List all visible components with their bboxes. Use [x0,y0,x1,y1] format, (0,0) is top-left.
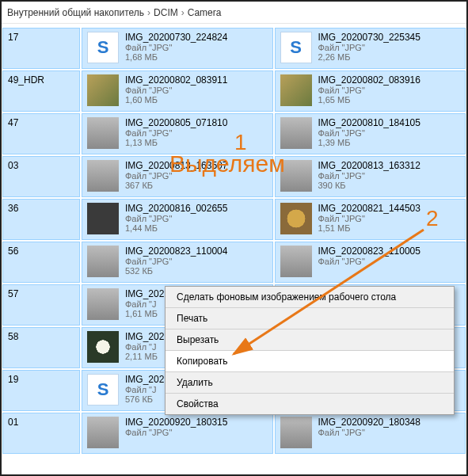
ctx-copy[interactable]: Копировать [166,351,454,372]
file-item[interactable]: IMG_20200920_180348Файл "JPG" [275,413,466,454]
file-size: 1,39 МБ [318,138,420,147]
file-size: 1,13 МБ [125,138,227,147]
file-item[interactable]: 03 [2,156,80,197]
file-type: Файл "JPG" [318,257,420,266]
breadcrumb-segment[interactable]: Внутренний общий накопитель [7,7,144,18]
file-icon [87,374,119,406]
file-name: IMG_202 [125,374,164,385]
thumbnail-icon [280,203,312,234]
file-type: Файл "JPG" [318,428,420,437]
file-item[interactable]: IMG_20200810_184105Файл "JPG"1,39 МБ [275,113,466,154]
file-item[interactable]: IMG_20200802_083916Файл "JPG"1,65 МБ [275,70,466,112]
file-size: 1,68 МБ [125,52,227,62]
file-item[interactable]: IMG_20200821_144503Файл "JPG"1,51 МБ [275,199,466,240]
thumbnail-icon [87,331,119,363]
file-type: Файл "JPG" [318,214,420,223]
file-size: 367 КБ [125,181,227,190]
file-type: Файл "J [125,299,164,309]
file-item[interactable]: IMG_20200813_163507Файл "JPG"367 КБ [82,156,273,197]
file-item[interactable]: 36 [2,199,80,240]
file-type: Файл "JPG" [318,128,420,138]
file-item[interactable]: 49_HDR [2,70,80,112]
ctx-cut[interactable]: Вырезать [166,329,454,351]
file-type: Файл "J [125,385,164,394]
breadcrumb[interactable]: Внутренний общий накопитель › DCIM › Cam… [2,2,466,24]
file-name: IMG_20200823_110004 [125,246,227,257]
file-name: IMG_20200920_180315 [125,417,227,428]
thumbnail-icon [280,74,312,106]
file-name: 58 [8,331,18,342]
file-size: 576 КБ [125,394,164,404]
file-name: 56 [8,246,18,257]
context-menu: Сделать фоновым изображением рабочего ст… [165,286,455,415]
file-name: 01 [8,417,18,428]
chevron-right-icon: › [147,7,150,18]
file-item[interactable]: 58 [2,327,80,368]
breadcrumb-segment[interactable]: DCIM [154,7,178,18]
file-type: Файл "JPG" [125,171,227,181]
file-item[interactable]: IMG_20200816_002655Файл "JPG"1,44 МБ [82,199,273,240]
file-name: IMG_20200802_083916 [318,74,420,86]
file-size: 532 КБ [125,266,227,276]
thumbnail-icon [280,246,312,277]
file-name: IMG_20200810_184105 [318,117,420,128]
file-type: Файл "JPG" [125,43,227,52]
file-item[interactable]: IMG_20200802_083911Файл "JPG"1,60 МБ [82,70,273,112]
ctx-set-wallpaper[interactable]: Сделать фоновым изображением рабочего ст… [166,287,454,308]
file-name: IMG_20200813_163312 [318,160,420,171]
file-icon [87,32,119,63]
file-item[interactable]: 57 [2,284,80,326]
file-name: IMG_202 [125,331,164,342]
file-type: Файл "JPG" [318,86,420,95]
chevron-right-icon: › [181,7,185,18]
file-type: Файл "JPG" [318,43,420,52]
file-name: 17 [8,32,18,43]
file-item[interactable]: IMG_20200805_071810Файл "JPG"1,13 МБ [82,113,273,154]
ctx-properties[interactable]: Свойства [166,394,454,414]
file-name: 19 [8,374,18,385]
file-type: Файл "JPG" [125,86,227,95]
file-type: Файл "JPG" [318,171,420,181]
thumbnail-icon [280,160,312,192]
thumbnail-icon [280,117,312,149]
file-item[interactable]: 19 [2,370,80,411]
file-item[interactable]: 47 [2,113,80,154]
file-name: IMG_20200730_225345 [318,32,420,43]
thumbnail-icon [87,117,119,149]
thumbnail-icon [87,160,119,192]
file-name: IMG_20200920_180348 [318,417,420,428]
file-name: 57 [8,288,18,299]
file-type: Файл "JPG" [125,128,227,138]
file-item[interactable]: IMG_20200730_224824Файл "JPG"1,68 МБ [82,28,273,69]
file-name: 03 [8,160,18,171]
file-size: 2,26 МБ [318,52,420,62]
file-name: IMG_20200730_224824 [125,32,227,43]
file-name: IMG_20200821_144503 [318,203,420,214]
file-name: IMG_20200823_110005 [318,246,420,257]
ctx-print[interactable]: Печать [166,308,454,329]
breadcrumb-segment[interactable]: Camera [188,7,222,18]
thumbnail-icon [280,417,312,448]
file-name: 47 [8,117,18,128]
file-item[interactable]: IMG_20200813_163312Файл "JPG"390 КБ [275,156,466,197]
file-type: Файл "JPG" [125,257,227,266]
file-item[interactable]: 01 [2,413,80,454]
file-name: IMG_20200816_002655 [125,203,227,214]
file-size: 1,60 МБ [125,95,227,105]
file-item[interactable]: 56 [2,242,80,283]
ctx-delete[interactable]: Удалить [166,372,454,394]
file-icon [280,32,312,63]
file-item[interactable]: 17 [2,28,80,69]
file-size: 1,61 МБ [125,309,164,318]
file-name: IMG_20200813_163507 [125,160,227,171]
thumbnail-icon [87,246,119,277]
file-size: 1,65 МБ [318,95,420,105]
file-item[interactable]: IMG_20200920_180315Файл "JPG" [82,413,273,454]
file-item[interactable]: IMG_20200823_110004Файл "JPG"532 КБ [82,242,273,283]
file-name: 36 [8,203,18,214]
file-name: IMG_20200802_083911 [125,74,227,86]
file-item[interactable]: IMG_20200823_110005Файл "JPG" [275,242,466,283]
file-size: 1,51 МБ [318,223,420,233]
file-type: Файл "JPG" [125,428,227,437]
file-item[interactable]: IMG_20200730_225345Файл "JPG"2,26 МБ [275,28,466,69]
